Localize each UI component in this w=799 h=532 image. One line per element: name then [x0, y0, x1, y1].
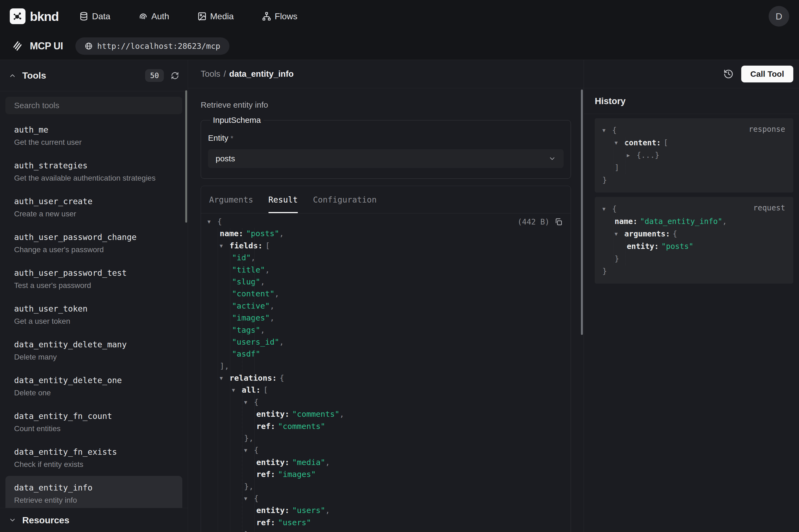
- json-string-value: "tags": [232, 325, 260, 335]
- tool-name: auth_user_token: [14, 304, 174, 314]
- json-key: entity:: [627, 242, 659, 251]
- tree-toggle-icon[interactable]: ▼: [602, 124, 612, 136]
- history-clock-icon[interactable]: [723, 69, 734, 79]
- tool-list-item[interactable]: data_entity_delete_one Delete one: [5, 368, 182, 404]
- sidebar-scrollbar[interactable]: [185, 90, 187, 223]
- json-line: ▼{: [602, 124, 786, 137]
- json-key: ref:: [256, 518, 275, 527]
- tool-list-item[interactable]: data_entity_fn_exists Check if entity ex…: [5, 440, 182, 476]
- json-string-value: "comments": [292, 410, 340, 419]
- user-avatar[interactable]: D: [768, 6, 789, 26]
- json-line: ref:"comments": [208, 420, 563, 432]
- resources-section-header[interactable]: Resources: [0, 508, 188, 532]
- server-url-pill[interactable]: http://localhost:28623/mcp: [75, 37, 229, 55]
- tool-list-item[interactable]: auth_strategies Get the available authen…: [5, 154, 182, 190]
- tool-name: data_entity_delete_one: [14, 376, 174, 385]
- refresh-icon[interactable]: [171, 72, 179, 80]
- tab[interactable]: Configuration: [313, 186, 377, 213]
- json-punctuation: },: [244, 434, 253, 443]
- tree-toggle-icon[interactable]: ▼: [220, 372, 229, 384]
- json-line: "id",: [208, 252, 563, 264]
- brand-wordmark: bknd: [30, 9, 59, 24]
- entity-select-value: posts: [216, 154, 235, 163]
- call-tool-button[interactable]: Call Tool: [741, 65, 793, 82]
- tab[interactable]: Arguments: [209, 186, 253, 213]
- primary-nav: Data Auth Media: [79, 12, 297, 21]
- tool-list-item[interactable]: auth_me Get the current user: [5, 118, 182, 154]
- tool-name: data_entity_fn_exists: [14, 447, 174, 457]
- indent-guide: [218, 228, 218, 532]
- json-string-value: "id": [232, 253, 251, 262]
- tree-toggle-icon[interactable]: ▼: [602, 203, 612, 215]
- chevron-down-icon: [548, 155, 556, 163]
- indent-guide: [230, 228, 230, 532]
- nav-label: Media: [210, 12, 234, 21]
- indent-guide: [613, 216, 613, 265]
- chevron-down-icon[interactable]: [9, 516, 16, 524]
- tree-toggle-icon[interactable]: ▼: [208, 215, 217, 228]
- tools-sidebar: Tools 50 auth_me Get the current user au…: [0, 60, 188, 532]
- tree-toggle-icon[interactable]: ▼: [614, 228, 624, 240]
- json-punctuation: [: [663, 138, 668, 147]
- json-string-value: "users": [278, 518, 311, 527]
- json-key: entity:: [256, 506, 289, 515]
- history-title: History: [595, 96, 626, 106]
- main-scrollbar[interactable]: [581, 90, 583, 335]
- tools-section-header[interactable]: Tools 50: [0, 60, 188, 91]
- fingerprint-icon: [138, 12, 148, 21]
- nav-item-media[interactable]: Media: [197, 12, 234, 21]
- tool-list-item[interactable]: auth_user_password_test Test a user's pa…: [5, 261, 182, 297]
- tool-list-item[interactable]: data_entity_fn_count Count entities: [5, 404, 182, 440]
- tool-list-item[interactable]: auth_user_token Get a user token: [5, 297, 182, 333]
- breadcrumb-section[interactable]: Tools: [201, 69, 220, 79]
- json-line: "users_id",: [208, 336, 563, 348]
- tree-toggle-icon[interactable]: ▼: [244, 396, 254, 408]
- json-punctuation: {: [279, 373, 284, 383]
- tool-name: data_entity_fn_count: [14, 411, 174, 421]
- json-punctuation: ,: [270, 313, 274, 322]
- tool-list-item[interactable]: data_entity_delete_many Delete many: [5, 333, 182, 368]
- json-string-value: "images": [232, 313, 270, 322]
- main-panel: Tools / data_entity_info Retrieve entity…: [188, 60, 584, 532]
- indent-guide: [613, 138, 613, 174]
- tools-section-title: Tools: [22, 70, 46, 81]
- breadcrumb-current: data_entity_info: [229, 69, 294, 79]
- json-key: arguments:: [624, 229, 670, 238]
- tree-toggle-icon[interactable]: ▼: [614, 136, 624, 149]
- tool-list-item[interactable]: data_entity_info Retrieve entity info: [5, 476, 182, 508]
- nav-item-auth[interactable]: Auth: [138, 12, 169, 21]
- tree-toggle-icon[interactable]: ▶: [627, 149, 636, 162]
- top-nav: bknd Data Auth: [0, 0, 799, 33]
- json-line: ▼{: [208, 396, 563, 408]
- history-card-request[interactable]: request ▼{name:"data_entity_info",▼argum…: [595, 197, 793, 284]
- bknd-logo-icon[interactable]: [10, 8, 25, 24]
- tool-list-item[interactable]: auth_user_create Create a new user: [5, 190, 182, 225]
- nav-item-data[interactable]: Data: [79, 12, 110, 21]
- json-punctuation: }: [602, 176, 607, 185]
- json-punctuation: }: [602, 267, 607, 276]
- chevron-up-icon[interactable]: [9, 72, 16, 79]
- tool-description: Test a user's password: [14, 281, 174, 290]
- json-line: entity:"posts": [602, 240, 786, 253]
- tree-toggle-icon[interactable]: ▼: [244, 444, 254, 456]
- json-line: "slug",: [208, 276, 563, 288]
- tab[interactable]: Result: [268, 186, 298, 213]
- tool-list-item[interactable]: auth_user_password_change Change a user'…: [5, 225, 182, 261]
- tree-toggle-icon[interactable]: ▼: [220, 240, 229, 252]
- globe-icon: [84, 42, 93, 50]
- search-input[interactable]: [5, 97, 182, 114]
- tab-label: Arguments: [209, 195, 253, 205]
- tool-detail-description: Retrieve entity info: [201, 100, 571, 110]
- tree-toggle-icon[interactable]: ▼: [244, 492, 254, 504]
- history-card-response[interactable]: response ▼{▼content:[▶{...}]}: [595, 118, 793, 192]
- json-punctuation: }: [244, 530, 249, 532]
- json-line: name:"posts",: [208, 228, 563, 240]
- nav-item-flows[interactable]: Flows: [262, 12, 298, 21]
- tree-toggle-icon[interactable]: ▼: [232, 384, 242, 396]
- entity-select[interactable]: posts: [208, 149, 564, 168]
- json-key: ref:: [256, 422, 275, 431]
- json-key: name:: [220, 229, 243, 238]
- json-string-value: "comments": [278, 422, 325, 431]
- json-punctuation: {: [612, 205, 617, 213]
- required-mark: *: [230, 134, 233, 142]
